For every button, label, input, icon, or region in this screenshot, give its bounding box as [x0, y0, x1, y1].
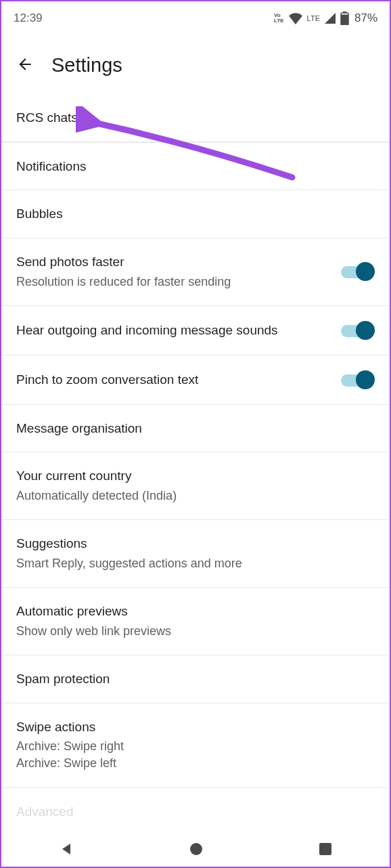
item-subtitle: Archive: Swipe right: [16, 738, 376, 755]
battery-percent: 87%: [354, 12, 377, 25]
item-title: Hear outgoing and incoming message sound…: [16, 322, 333, 339]
item-subtitle: Smart Reply, suggested actions and more: [16, 555, 376, 572]
item-title: RCS chats: [16, 109, 376, 127]
item-title: Send photos faster: [16, 253, 333, 271]
toggle-pinch[interactable]: [341, 370, 376, 389]
item-notifications[interactable]: Notifications: [1, 142, 390, 191]
item-subtitle: Automatically detected (India): [16, 487, 376, 504]
volte-icon: Vo LTE: [274, 13, 284, 24]
item-suggestions[interactable]: Suggestions Smart Reply, suggested actio…: [1, 520, 390, 588]
svg-rect-4: [319, 843, 331, 855]
item-title: Spam protection: [16, 670, 376, 688]
settings-list: RCS chats Notifications Bubbles Send pho…: [1, 94, 390, 824]
back-button[interactable]: [16, 56, 34, 76]
svg-point-3: [190, 843, 202, 855]
item-title: Bubbles: [16, 205, 376, 223]
nav-back-button[interactable]: [58, 841, 74, 857]
item-title: Your current country: [16, 467, 376, 485]
item-rcs-chats[interactable]: RCS chats: [1, 94, 390, 142]
cellular-icon: [324, 12, 336, 24]
item-bubbles[interactable]: Bubbles: [1, 190, 390, 238]
item-pinch-zoom[interactable]: Pinch to zoom conversation text: [1, 355, 390, 405]
item-subtitle: Show only web link previews: [16, 623, 376, 640]
nav-home-icon: [188, 841, 204, 857]
item-spam-protection[interactable]: Spam protection: [1, 655, 390, 703]
wifi-icon: [288, 12, 303, 24]
page-title: Settings: [51, 54, 122, 77]
item-title: Swipe actions: [16, 718, 376, 736]
item-advanced[interactable]: Advanced: [1, 788, 390, 825]
item-title: Advanced: [16, 803, 376, 821]
toggle-send-photos[interactable]: [341, 262, 376, 281]
item-title: Notifications: [16, 158, 376, 175]
item-send-photos-faster[interactable]: Send photos faster Resolution is reduced…: [1, 238, 390, 306]
nav-recent-icon: [318, 842, 333, 856]
status-icons: Vo LTE LTE 87%: [274, 12, 377, 25]
nav-back-icon: [58, 841, 74, 857]
item-subtitle: Resolution is reduced for faster sending: [16, 274, 333, 290]
item-title: Automatic previews: [16, 603, 376, 620]
nav-home-button[interactable]: [188, 841, 204, 857]
arrow-left-icon: [16, 56, 34, 73]
header: Settings: [1, 31, 390, 94]
item-title: Suggestions: [16, 535, 376, 552]
item-title: Message organisation: [16, 420, 376, 437]
android-nav-bar: [1, 831, 390, 867]
svg-rect-2: [341, 15, 348, 26]
item-swipe-actions[interactable]: Swipe actions Archive: Swipe right Archi…: [1, 703, 390, 788]
item-title: Pinch to zoom conversation text: [16, 371, 333, 389]
toggle-sounds[interactable]: [341, 321, 376, 340]
item-automatic-previews[interactable]: Automatic previews Show only web link pr…: [1, 588, 390, 655]
item-message-sounds[interactable]: Hear outgoing and incoming message sound…: [1, 306, 390, 355]
lte-label: LTE: [307, 14, 320, 22]
item-message-organisation[interactable]: Message organisation: [1, 405, 390, 453]
nav-recent-button[interactable]: [318, 842, 333, 856]
status-time: 12:39: [14, 12, 43, 25]
status-bar: 12:39 Vo LTE LTE 87%: [1, 1, 390, 31]
battery-icon: [340, 12, 349, 25]
item-subtitle-2: Archive: Swipe left: [16, 755, 376, 772]
item-current-country[interactable]: Your current country Automatically detec…: [1, 452, 390, 520]
